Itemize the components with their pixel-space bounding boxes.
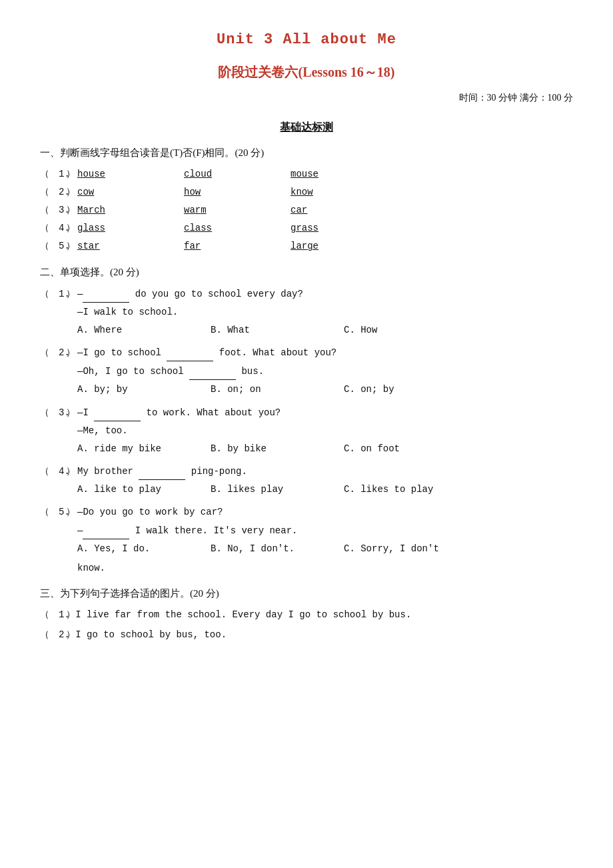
word3: car bbox=[291, 202, 370, 219]
option-b: B. likes play bbox=[211, 481, 344, 498]
list-item: （ ） 3. —I to work. What about you? bbox=[40, 404, 573, 421]
list-item: （ ） 5. —Do you go to work by car? bbox=[40, 504, 573, 521]
q-text: My brother ping-pong. bbox=[77, 463, 247, 480]
word1: March bbox=[77, 202, 184, 219]
q-num: 5. bbox=[59, 504, 77, 521]
q2-4-block: （ ） 4. My brother ping-pong. A. like to … bbox=[40, 463, 573, 498]
q-text: 2. I go to school by bus, too. bbox=[59, 627, 227, 643]
word3: know bbox=[291, 184, 370, 201]
bracket: （ ） bbox=[40, 202, 59, 219]
dialog-line: —Me, too. bbox=[77, 423, 573, 439]
options-row: A. like to play B. likes play C. likes t… bbox=[77, 481, 573, 498]
sub-title: 阶段过关卷六(Lessons 16～18) bbox=[40, 60, 573, 84]
option-b: B. What bbox=[211, 322, 344, 339]
word2: how bbox=[184, 184, 291, 201]
q-num: 4. bbox=[59, 463, 77, 480]
list-item: （ ） 2. —I go to school foot. What about … bbox=[40, 344, 573, 361]
table-row: （ ） 5. star far large bbox=[40, 238, 573, 255]
list-item: （ ） 1. I live far from the school. Every… bbox=[40, 607, 573, 623]
bracket: （ ） bbox=[40, 238, 59, 255]
option-b: B. on; on bbox=[211, 381, 344, 398]
list-item: （ ） 2. I go to school by bus, too. bbox=[40, 627, 573, 643]
word1: glass bbox=[77, 220, 184, 237]
table-row: （ ） 1. house cloud mouse bbox=[40, 166, 573, 183]
bracket: （ ） bbox=[40, 463, 59, 480]
bracket: （ ） bbox=[40, 345, 59, 361]
word2: cloud bbox=[184, 166, 291, 183]
word2: class bbox=[184, 220, 291, 237]
part2-block: 二、单项选择。(20 分) （ ） 1. — do you go to scho… bbox=[40, 263, 573, 577]
bracket: （ ） bbox=[40, 220, 59, 237]
q-text: —I to work. What about you? bbox=[77, 404, 281, 421]
option-a: A. by; by bbox=[77, 381, 211, 398]
q2-2-block: （ ） 2. —I go to school foot. What about … bbox=[40, 344, 573, 399]
part3-title: 三、为下列句子选择合适的图片。(20 分) bbox=[40, 585, 573, 603]
option-b: B. by bike bbox=[211, 441, 344, 457]
bracket: （ ） bbox=[40, 184, 59, 201]
word3: large bbox=[291, 238, 370, 255]
bracket: （ ） bbox=[40, 607, 59, 623]
options-row: A. by; by B. on; on C. on; by bbox=[77, 381, 573, 398]
part3-block: 三、为下列句子选择合适的图片。(20 分) （ ） 1. I live far … bbox=[40, 585, 573, 643]
option-c: C. on; by bbox=[344, 381, 477, 398]
q-text: —I go to school foot. What about you? bbox=[77, 344, 336, 361]
q-num: 3. bbox=[59, 202, 77, 219]
word3: grass bbox=[291, 220, 370, 237]
option-a: A. ride my bike bbox=[77, 441, 211, 457]
word1: star bbox=[77, 238, 184, 255]
word1: cow bbox=[77, 184, 184, 201]
option-a: A. Where bbox=[77, 322, 211, 339]
table-row: （ ） 4. glass class grass bbox=[40, 220, 573, 237]
bracket: （ ） bbox=[40, 166, 59, 183]
list-item: （ ） 1. — do you go to school every day? bbox=[40, 285, 573, 303]
q-num: 4. bbox=[59, 220, 77, 237]
q-text: 1. I live far from the school. Every day… bbox=[59, 607, 411, 623]
option-b: B. No, I don't. bbox=[211, 541, 344, 557]
option-c: C. How bbox=[344, 322, 477, 339]
part1-block: 一、判断画线字母组合读音是(T)否(F)相同。(20 分) （ ） 1. hou… bbox=[40, 144, 573, 255]
dialog-line: —I walk to school. bbox=[77, 304, 573, 321]
bracket: （ ） bbox=[40, 405, 59, 421]
table-row: （ ） 3. March warm car bbox=[40, 202, 573, 219]
part2-title: 二、单项选择。(20 分) bbox=[40, 263, 573, 281]
q-text: —Do you go to work by car? bbox=[77, 504, 223, 521]
q-num: 1. bbox=[59, 286, 77, 303]
option-a: A. like to play bbox=[77, 481, 211, 498]
q2-1-block: （ ） 1. — do you go to school every day? … bbox=[40, 285, 573, 339]
q-num: 3. bbox=[59, 405, 77, 421]
option-c: C. Sorry, I don't bbox=[344, 541, 504, 557]
option-c: C. likes to play bbox=[344, 481, 504, 498]
table-row: （ ） 2. cow how know bbox=[40, 184, 573, 201]
dialog-line: —Oh, I go to school bus. bbox=[77, 363, 573, 380]
q-text: — do you go to school every day? bbox=[77, 285, 303, 303]
options-row: A. Where B. What C. How bbox=[77, 322, 573, 339]
word1: house bbox=[77, 166, 184, 183]
q-num: 1. bbox=[59, 166, 77, 183]
options-row: A. Yes, I do. B. No, I don't. C. Sorry, … bbox=[77, 541, 573, 557]
part1-title: 一、判断画线字母组合读音是(T)否(F)相同。(20 分) bbox=[40, 144, 573, 162]
bracket: （ ） bbox=[40, 504, 59, 521]
word2: warm bbox=[184, 202, 291, 219]
option-c: C. on foot bbox=[344, 441, 477, 457]
dialog-line: — I walk there. It's very near. bbox=[77, 522, 573, 539]
q-num: 2. bbox=[59, 184, 77, 201]
word3: mouse bbox=[291, 166, 370, 183]
q2-3-block: （ ） 3. —I to work. What about you? —Me, … bbox=[40, 404, 573, 458]
q-num: 2. bbox=[59, 345, 77, 361]
option-a: A. Yes, I do. bbox=[77, 541, 211, 557]
bracket: （ ） bbox=[40, 286, 59, 303]
bracket: （ ） bbox=[40, 627, 59, 643]
word2: far bbox=[184, 238, 291, 255]
q-num: 5. bbox=[59, 238, 77, 255]
options-row: A. ride my bike B. by bike C. on foot bbox=[77, 441, 573, 457]
know-line: know. bbox=[77, 560, 573, 577]
section-title: 基础达标测 bbox=[40, 118, 573, 137]
list-item: （ ） 4. My brother ping-pong. bbox=[40, 463, 573, 480]
time-info: 时间：30 分钟 满分：100 分 bbox=[40, 89, 573, 106]
main-title: Unit 3 All about Me bbox=[40, 27, 573, 53]
q2-5-block: （ ） 5. —Do you go to work by car? — I wa… bbox=[40, 504, 573, 577]
